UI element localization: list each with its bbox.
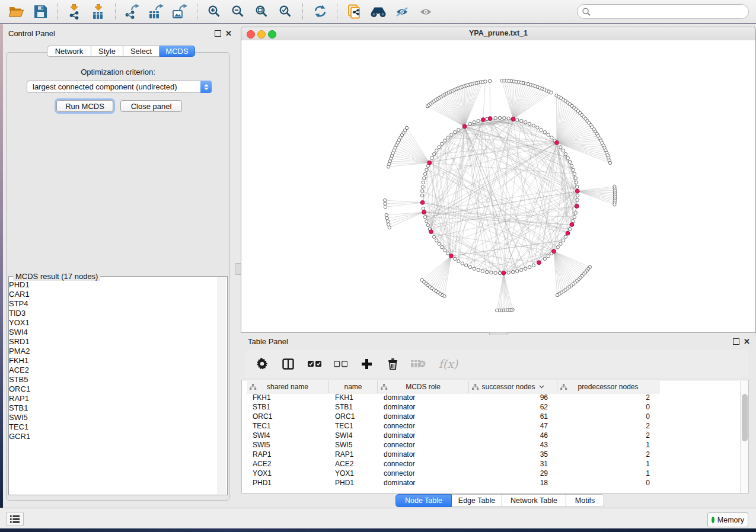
save-session-button[interactable] [30, 2, 50, 21]
refresh-button[interactable] [310, 2, 330, 21]
run-mcds-button[interactable]: Run MCDS [56, 100, 113, 112]
mcds-result-item[interactable]: FKH1 [9, 356, 215, 366]
column-header-name[interactable]: name [329, 381, 378, 393]
graph-hub-node[interactable] [481, 118, 485, 122]
graph-node[interactable] [550, 136, 553, 139]
mcds-result-item[interactable]: GCR1 [9, 432, 215, 441]
table-mode-button[interactable] [279, 355, 297, 373]
graph-node[interactable] [568, 160, 571, 163]
table-row[interactable]: STB1STB1dominator620 [247, 402, 659, 412]
graph-hub-node[interactable] [537, 261, 541, 265]
mcds-result-item[interactable]: TID3 [9, 309, 215, 318]
graph-node[interactable] [515, 118, 518, 121]
graph-node[interactable] [477, 268, 480, 271]
graph-node[interactable] [384, 206, 387, 209]
graph-node[interactable] [498, 271, 501, 274]
zoom-selected-button[interactable] [276, 2, 296, 21]
table-row[interactable]: ORC1ORC1dominator610 [247, 412, 659, 421]
graph-node[interactable] [421, 185, 424, 188]
mcds-result-item[interactable]: SWI5 [9, 413, 215, 422]
graph-hub-node[interactable] [462, 124, 467, 129]
search-network-button[interactable] [368, 2, 388, 21]
graph-node[interactable] [540, 128, 543, 131]
open-file-button[interactable] [7, 2, 27, 21]
close-panel-button[interactable]: Close panel [120, 100, 182, 112]
graph-hub-node[interactable] [566, 231, 570, 235]
mcds-result-item[interactable]: STB1 [9, 403, 215, 413]
graph-hub-node[interactable] [420, 200, 425, 204]
graph-hub-node[interactable] [429, 230, 433, 234]
graph-hub-node[interactable] [552, 249, 556, 254]
graph-node[interactable] [425, 168, 428, 171]
delete-column-button[interactable] [384, 355, 401, 373]
graph-hub-node[interactable] [449, 254, 454, 258]
export-network-button[interactable] [123, 2, 143, 21]
graph-node[interactable] [494, 117, 497, 120]
graph-node[interactable] [423, 177, 426, 180]
tab-mcds[interactable]: MCDS [160, 46, 195, 57]
graph-node[interactable] [528, 122, 531, 125]
mcds-result-item[interactable]: STB5 [9, 375, 215, 384]
graph-node[interactable] [422, 207, 425, 210]
graph-node[interactable] [532, 124, 535, 127]
graph-node[interactable] [550, 91, 553, 94]
task-history-button[interactable] [6, 512, 24, 526]
graph-node[interactable] [388, 226, 391, 229]
graph-node[interactable] [498, 116, 501, 119]
table-row[interactable]: PHD1PHD1dominator180 [247, 478, 659, 488]
graph-node[interactable] [425, 220, 428, 223]
graph-node[interactable] [457, 259, 460, 262]
tab-edge-table[interactable]: Edge Table [452, 494, 502, 507]
graph-node[interactable] [438, 146, 441, 149]
graph-hub-node[interactable] [511, 117, 515, 121]
function-builder-button[interactable]: f(x) [436, 355, 461, 373]
graph-node[interactable] [507, 117, 510, 120]
mcds-result-item[interactable]: SRD1 [9, 337, 215, 347]
mcds-result-scrollbar[interactable] [218, 277, 226, 494]
graph-node[interactable] [488, 79, 491, 82]
table-scrollbar-thumb[interactable] [742, 394, 748, 441]
float-panel-icon[interactable] [215, 30, 221, 37]
zoom-in-button[interactable] [205, 2, 225, 21]
graph-node[interactable] [511, 270, 514, 273]
graph-node[interactable] [507, 271, 510, 274]
mcds-result-item[interactable]: STP4 [9, 299, 215, 309]
mcds-result-item[interactable]: YOX1 [9, 318, 215, 328]
graph-node[interactable] [564, 153, 567, 156]
graph-node[interactable] [432, 153, 435, 156]
graph-node[interactable] [422, 181, 425, 184]
graph-node[interactable] [468, 265, 471, 268]
graph-hub-node[interactable] [575, 204, 579, 209]
mcds-result-item[interactable]: RAP1 [9, 394, 215, 403]
graph-hub-node[interactable] [422, 210, 426, 214]
graph-node[interactable] [432, 235, 435, 238]
graph-hub-node[interactable] [575, 189, 579, 193]
export-image-button[interactable] [170, 2, 190, 21]
zoom-fit-button[interactable] [252, 2, 272, 21]
graph-node[interactable] [435, 239, 438, 242]
graph-node[interactable] [450, 133, 453, 136]
graph-node[interactable] [484, 80, 487, 83]
mcds-result-item[interactable]: PHD1 [9, 280, 215, 290]
network-window-titlebar[interactable]: YPA_prune.txt_1 [241, 27, 755, 41]
graph-node[interactable] [446, 252, 449, 255]
graph-node[interactable] [573, 172, 576, 175]
graph-node[interactable] [556, 246, 559, 249]
tab-style[interactable]: Style [91, 46, 123, 57]
zoom-out-button[interactable] [228, 2, 248, 21]
table-row[interactable]: YOX1YOX1connector291 [247, 469, 659, 478]
graph-node[interactable] [387, 223, 390, 226]
graph-node[interactable] [468, 122, 471, 125]
close-panel-icon[interactable]: ✕ [225, 30, 232, 37]
graph-node[interactable] [473, 267, 476, 270]
table-row[interactable]: SWI5SWI5connector431 [247, 440, 659, 450]
graph-node[interactable] [573, 216, 576, 219]
graph-node[interactable] [383, 198, 386, 201]
deselect-all-button[interactable] [331, 355, 349, 373]
graph-node[interactable] [421, 190, 424, 193]
graph-node[interactable] [481, 270, 484, 273]
close-panel-icon[interactable]: ✕ [744, 338, 750, 345]
tab-node-table[interactable]: Node Table [395, 494, 452, 507]
graph-node[interactable] [385, 217, 388, 220]
graph-node[interactable] [543, 257, 546, 260]
